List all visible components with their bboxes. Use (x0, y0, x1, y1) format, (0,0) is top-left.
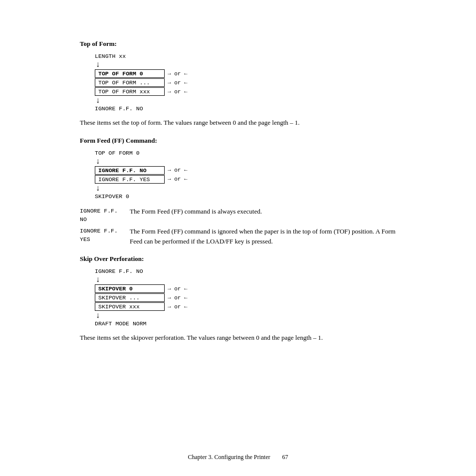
footer: Chapter 3. Configuring the Printer 67 (0, 454, 476, 461)
box-stack-2: IGNORE F.F. NO → or ← IGNORE F.F. YES → … (95, 166, 396, 184)
or-arrow-3-2: → or ← (168, 304, 188, 310)
or-arrow-2-0: → or ← (168, 167, 188, 173)
diagram-label-top-3: IGNORE F.F. NO (95, 268, 396, 274)
box-row-3-1: SKIPOVER ... → or ← (95, 293, 396, 302)
or-arrow-1-2: → or ← (168, 89, 188, 95)
box-1-2: TOP OF FORM xxx (95, 87, 165, 96)
box-3-0: SKIPOVER 0 (95, 284, 165, 293)
arrow-right-icon: → (168, 167, 171, 173)
arrow-down-3: ↓ (96, 275, 396, 283)
arrow-right-icon: → (168, 304, 171, 310)
box-2-0: IGNORE F.F. NO (95, 166, 165, 175)
box-1-0: TOP OF FORM 0 (95, 69, 165, 78)
diagram-label-bottom-1: IGNORE F.F. NO (95, 105, 396, 112)
diagram-label-bottom-2: SKIPOVER 0 (95, 193, 396, 200)
definition-ignore-ff-no: IGNORE F.F. NO The Form Feed (FF) comman… (80, 207, 396, 224)
arrow-down-1: ↓ (96, 60, 396, 68)
box-row-2-1: IGNORE F.F. YES → or ← (95, 175, 396, 184)
arrow-down-1b: ↓ (96, 96, 396, 104)
arrow-right-icon: → (168, 80, 171, 86)
body-text-top-of-form: These items set the top of form. The val… (80, 118, 396, 128)
arrow-down-2: ↓ (96, 157, 396, 165)
diagram-label-top-1: LENGTH xx (95, 53, 396, 59)
arrow-left-icon: ← (184, 89, 188, 95)
section-form-feed: Form Feed (FF) Command: TOP OF FORM 0 ↓ … (80, 137, 396, 246)
section-title-skip-over: Skip Over Perforation: (80, 255, 396, 263)
page: Top of Form: LENGTH xx ↓ TOP OF FORM 0 →… (0, 0, 476, 382)
diagram-skip-over: IGNORE F.F. NO ↓ SKIPOVER 0 → or ← SKIPO… (95, 268, 396, 327)
arrow-left-icon: ← (184, 71, 188, 77)
diagram-label-bottom-3: DRAFT MODE NORM (95, 320, 396, 327)
arrow-left-icon: ← (184, 295, 188, 301)
def-term-ff-yes: IGNORE F.F. YES (80, 227, 130, 246)
box-stack-3: SKIPOVER 0 → or ← SKIPOVER ... → or ← (95, 284, 396, 311)
def-desc-ff-no: The Form Feed (FF) command is always exe… (130, 207, 396, 224)
arrow-down-2b: ↓ (96, 184, 396, 192)
box-3-1: SKIPOVER ... (95, 293, 165, 302)
arrow-down-3b: ↓ (96, 311, 396, 319)
arrow-left-icon: ← (184, 167, 188, 173)
box-row-1-2: TOP OF FORM xxx → or ← (95, 87, 396, 96)
diagram-label-top-2: TOP OF FORM 0 (95, 150, 396, 156)
box-1-1: TOP OF FORM ... (95, 78, 165, 87)
arrow-right-icon: → (168, 295, 171, 301)
section-title-top-of-form: Top of Form: (80, 40, 396, 48)
arrow-right-icon: → (168, 176, 171, 182)
box-2-1: IGNORE F.F. YES (95, 175, 165, 184)
footer-text: Chapter 3. Configuring the Printer (188, 454, 270, 461)
box-row-3-2: SKIPOVER xxx → or ← (95, 302, 396, 311)
arrow-right-icon: → (168, 89, 171, 95)
diagram-top-of-form: LENGTH xx ↓ TOP OF FORM 0 → or ← TOP OF … (95, 53, 396, 112)
def-term-ff-no: IGNORE F.F. NO (80, 207, 130, 224)
section-top-of-form: Top of Form: LENGTH xx ↓ TOP OF FORM 0 →… (80, 40, 396, 128)
or-arrow-3-0: → or ← (168, 286, 188, 292)
or-arrow-2-1: → or ← (168, 176, 188, 182)
definition-ignore-ff-yes: IGNORE F.F. YES The Form Feed (FF) comma… (80, 227, 396, 246)
box-row-3-0: SKIPOVER 0 → or ← (95, 284, 396, 293)
def-desc-ff-yes: The Form Feed (FF) command is ignored wh… (130, 227, 396, 246)
or-arrow-3-1: → or ← (168, 295, 188, 301)
section-title-form-feed: Form Feed (FF) Command: (80, 137, 396, 145)
arrow-left-icon: ← (184, 286, 188, 292)
arrow-left-icon: ← (184, 304, 188, 310)
box-stack-1: TOP OF FORM 0 → or ← TOP OF FORM ... → o… (95, 69, 396, 96)
body-text-skip-over: These items set the skipover perforation… (80, 333, 396, 343)
arrow-left-icon: ← (184, 176, 188, 182)
arrow-left-icon: ← (184, 80, 188, 86)
box-row-2-0: IGNORE F.F. NO → or ← (95, 166, 396, 175)
arrow-right-icon: → (168, 286, 171, 292)
arrow-right-icon: → (168, 71, 171, 77)
box-row-1-0: TOP OF FORM 0 → or ← (95, 69, 396, 78)
or-arrow-1-1: → or ← (168, 80, 188, 86)
footer-page: 67 (282, 454, 288, 461)
or-arrow-1-0: → or ← (168, 71, 188, 77)
section-skip-over: Skip Over Perforation: IGNORE F.F. NO ↓ … (80, 255, 396, 343)
box-3-2: SKIPOVER xxx (95, 302, 165, 311)
diagram-form-feed: TOP OF FORM 0 ↓ IGNORE F.F. NO → or ← IG… (95, 150, 396, 200)
box-row-1-1: TOP OF FORM ... → or ← (95, 78, 396, 87)
